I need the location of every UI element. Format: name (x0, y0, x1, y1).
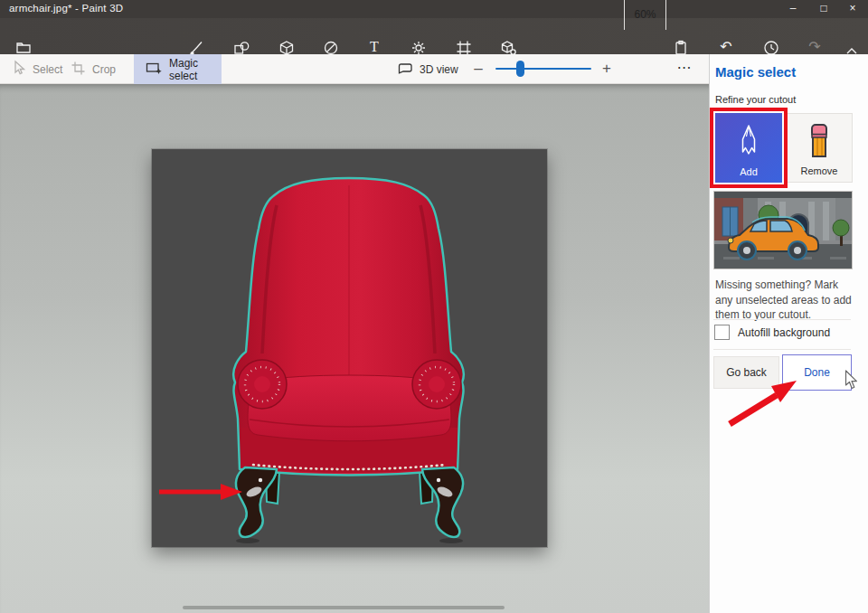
done-button[interactable]: Done (782, 354, 852, 391)
window-title: armchair.jpg* - Paint 3D (9, 3, 123, 14)
select-cursor-icon (11, 60, 26, 79)
remove-button[interactable]: Remove (786, 113, 853, 183)
magic-select-panel: Magic select Refine your cutout Add Re (709, 54, 868, 613)
missing-something-hint: Missing something? Mark any unselected a… (715, 278, 856, 323)
eraser-remove-icon (806, 122, 833, 164)
ribbon: Menu Brushes 2D shapes 3D shapes Sticker… (0, 18, 868, 54)
autofill-background-checkbox[interactable] (714, 325, 730, 340)
horizontal-scrollbar[interactable] (183, 606, 505, 609)
panel-divider (713, 349, 851, 350)
armchair-image (152, 149, 547, 547)
3d-view-icon (396, 61, 413, 78)
title-bar: armchair.jpg* - Paint 3D – □ × (0, 0, 868, 18)
crop-tool-button[interactable]: Crop (71, 54, 116, 84)
paint3d-window: armchair.jpg* - Paint 3D – □ × Menu Brus… (0, 0, 868, 613)
select-tool-button[interactable]: Select (11, 54, 62, 84)
add-button-label: Add (740, 166, 758, 177)
go-back-button[interactable]: Go back (713, 356, 779, 389)
remove-button-label: Remove (801, 165, 838, 176)
crop-icon (71, 61, 86, 79)
pencil-add-icon (735, 123, 762, 165)
refine-cutout-label: Refine your cutout (715, 94, 796, 105)
add-button[interactable]: Add (715, 113, 782, 183)
zoom-level-value: 60% (624, 0, 666, 30)
3d-view-button[interactable]: 3D view (396, 54, 458, 84)
panel-title: Magic select (715, 64, 796, 80)
zoom-slider-thumb[interactable] (516, 61, 524, 77)
more-options-button[interactable]: ⋯ (666, 54, 703, 84)
close-button[interactable]: × (837, 0, 868, 18)
magic-select-tool-button[interactable]: Magic select (134, 54, 222, 84)
canvas-image[interactable] (152, 149, 547, 547)
zoom-out-button[interactable]: – (467, 54, 489, 84)
zoom-in-button[interactable]: + (596, 54, 618, 84)
autofill-background-label: Autofill background (738, 326, 830, 339)
tool-options-bar: Select Crop Magic select 3D view – + ⋯ (0, 54, 710, 84)
panel-divider (713, 319, 851, 320)
zoom-slider-track[interactable] (495, 68, 591, 70)
canvas-workspace (0, 84, 710, 613)
minimize-button[interactable]: – (778, 0, 808, 18)
magic-select-icon (146, 61, 163, 79)
maximize-button[interactable]: □ (808, 0, 839, 18)
magic-select-example-image (713, 191, 853, 269)
